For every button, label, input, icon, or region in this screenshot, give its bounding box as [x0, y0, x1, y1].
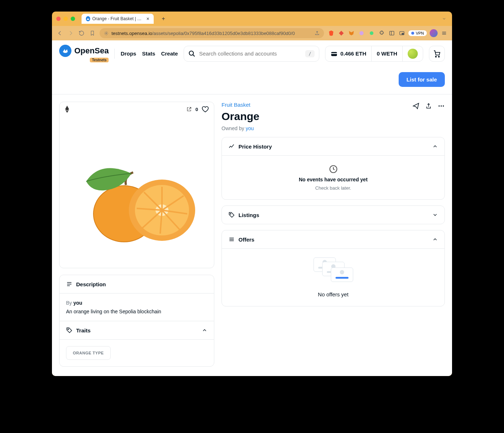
- chevron-up-icon: [432, 237, 438, 242]
- chevron-up-icon: [202, 327, 207, 333]
- more-icon[interactable]: [438, 102, 445, 110]
- svg-rect-13: [331, 53, 337, 54]
- eth-balance: 0.466 ETH: [341, 50, 367, 57]
- svg-point-33: [439, 105, 440, 106]
- listings-header[interactable]: Listings: [222, 206, 444, 224]
- nav-reload-button[interactable]: [78, 30, 85, 37]
- nav-link-create[interactable]: Create: [161, 50, 178, 57]
- open-original-icon[interactable]: [186, 106, 192, 112]
- vpn-status-dot: [411, 32, 414, 35]
- svg-point-34: [441, 105, 442, 106]
- list-for-sale-button[interactable]: List for sale: [399, 72, 445, 87]
- tab-favicon-icon: [86, 16, 90, 21]
- description-by-label: By: [66, 300, 73, 306]
- eth-icon: [65, 106, 70, 113]
- extension-icon-1[interactable]: [358, 30, 365, 37]
- wallet-avatar: [408, 49, 418, 59]
- vpn-badge[interactable]: VPN: [408, 30, 427, 36]
- nft-image-card: 0: [59, 102, 214, 268]
- offers-title: Offers: [238, 237, 254, 243]
- tab-close-icon[interactable]: ×: [146, 16, 149, 22]
- description-card: Description By you An orange living on t…: [59, 275, 214, 367]
- collection-link[interactable]: Fruit Basket: [222, 102, 250, 108]
- wallet-widget[interactable]: 0.466 ETH 0 WETH: [325, 46, 423, 62]
- price-tag-icon: [228, 212, 235, 218]
- svg-point-32: [68, 329, 69, 330]
- price-history-header[interactable]: Price History: [222, 137, 444, 155]
- browser-tab[interactable]: Orange - Fruit Basket | OpenSe ×: [82, 14, 154, 24]
- description-by-name[interactable]: you: [73, 300, 82, 306]
- svg-point-0: [106, 32, 107, 34]
- svg-point-14: [435, 56, 437, 57]
- search-icon: [188, 50, 196, 57]
- listings-card: Listings: [222, 206, 445, 224]
- lock-icon: [104, 31, 109, 36]
- extension-icon-2[interactable]: [368, 30, 375, 37]
- extension-brave-icon[interactable]: [328, 30, 335, 37]
- owned-by-label: Owned by: [222, 125, 246, 131]
- wallet-icon: [330, 51, 338, 57]
- address-bar[interactable]: testnets.opensea.io/assets/sepolia/0x795…: [100, 28, 324, 38]
- extension-shield-icon[interactable]: [338, 30, 345, 37]
- share-url-icon[interactable]: [315, 31, 320, 36]
- window-maximize-button[interactable]: [71, 17, 75, 21]
- share-icon[interactable]: [425, 102, 432, 110]
- nav-forward-button[interactable]: [67, 30, 74, 37]
- pip-icon[interactable]: [398, 30, 406, 37]
- trait-chip[interactable]: ORANGE TYPE: [66, 346, 111, 360]
- list-icon: [228, 236, 235, 243]
- opensea-logo-icon: [59, 45, 71, 57]
- new-tab-button[interactable]: +: [159, 15, 167, 23]
- traits-header[interactable]: Traits: [60, 321, 214, 339]
- tabs-dropdown-icon[interactable]: [441, 15, 448, 22]
- window-close-button[interactable]: [56, 17, 61, 21]
- bookmark-icon[interactable]: [89, 30, 96, 37]
- url-text: testnets.opensea.io/assets/sepolia/0x795…: [111, 31, 312, 36]
- offers-header[interactable]: Offers: [222, 230, 444, 248]
- search-kbd-hint: /: [305, 50, 314, 57]
- owned-by-link[interactable]: you: [246, 125, 254, 131]
- description-header[interactable]: Description: [60, 275, 214, 293]
- description-icon: [66, 281, 73, 287]
- likes-count: 0: [196, 107, 198, 112]
- price-history-title: Price History: [238, 143, 272, 150]
- sidebar-toggle-icon[interactable]: [388, 30, 395, 37]
- offers-empty-illustration: [314, 257, 353, 286]
- browser-toolbar: testnets.opensea.io/assets/sepolia/0x795…: [52, 26, 452, 40]
- nav-link-stats[interactable]: Stats: [142, 50, 155, 57]
- browser-menu-icon[interactable]: [441, 30, 448, 37]
- send-icon[interactable]: [412, 102, 420, 110]
- extensions-menu-icon[interactable]: [378, 30, 385, 37]
- offers-card: Offers No offers yet: [222, 230, 445, 306]
- browser-profile-avatar[interactable]: [430, 29, 438, 37]
- logo[interactable]: OpenSea Testnets: [59, 45, 109, 62]
- svg-point-37: [230, 213, 231, 214]
- window-minimize-button[interactable]: [63, 17, 68, 21]
- tag-icon: [66, 327, 73, 333]
- extension-metamask-icon[interactable]: [348, 30, 355, 37]
- nav-back-button[interactable]: [56, 30, 63, 37]
- search-input[interactable]: [199, 50, 302, 57]
- chart-icon: [228, 143, 235, 150]
- nft-image[interactable]: [60, 116, 214, 268]
- description-title: Description: [76, 281, 106, 287]
- chevron-up-icon: [432, 143, 438, 149]
- svg-point-35: [443, 105, 444, 106]
- chevron-down-icon: [432, 212, 438, 218]
- item-title: Orange: [222, 110, 259, 123]
- listings-title: Listings: [238, 212, 259, 218]
- browser-titlebar: Orange - Fruit Basket | OpenSe × +: [52, 12, 452, 26]
- description-text: An orange living on the Sepolia blockcha…: [66, 309, 207, 314]
- cart-button[interactable]: [429, 46, 445, 62]
- clock-icon: [329, 164, 338, 174]
- svg-line-11: [193, 54, 195, 56]
- weth-balance: 0 WETH: [377, 50, 397, 57]
- svg-rect-3: [390, 31, 394, 35]
- testnets-badge: Testnets: [90, 58, 109, 62]
- nav-link-drops[interactable]: Drops: [120, 50, 136, 57]
- site-nav: OpenSea Testnets Drops Stats Create / 0.…: [52, 40, 452, 67]
- search-box[interactable]: /: [184, 46, 319, 62]
- svg-point-15: [438, 56, 439, 57]
- traits-title: Traits: [76, 327, 91, 333]
- favorite-icon[interactable]: [202, 106, 209, 113]
